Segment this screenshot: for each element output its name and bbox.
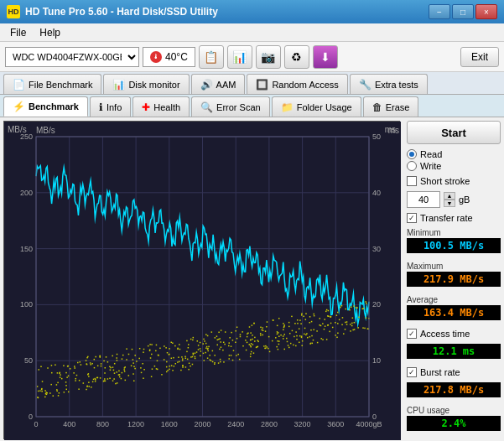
temperature-display: 🌡 40°C — [143, 47, 195, 67]
temperature-value: 40°C — [165, 51, 188, 63]
transfer-rate-label: Transfer rate — [420, 213, 473, 223]
error-scan-icon: 🔍 — [200, 101, 213, 113]
right-panel: Start Read Write Short stroke ▲ ▼ gB — [403, 117, 504, 441]
short-stroke-input[interactable] — [407, 191, 440, 208]
aam-icon: 🔊 — [200, 79, 213, 91]
tab-random-access[interactable]: 🔲 Random Access — [247, 74, 347, 94]
maximize-button[interactable]: □ — [452, 4, 474, 19]
window-controls: − □ × — [429, 4, 497, 19]
tab-disk-monitor[interactable]: 📊 Disk monitor — [103, 74, 189, 94]
app-title: HD Tune Pro 5.60 - Hard Disk/SSD Utility — [25, 6, 218, 18]
extra-tests-icon: 🔧 — [359, 79, 372, 91]
drive-selector[interactable]: WDC WD4004FZWX-00GBGB0 (4000 gB ▼ — [5, 47, 139, 67]
average-value: 163.4 MB/s — [407, 305, 501, 320]
start-button[interactable]: Start — [407, 121, 501, 144]
file-benchmark-icon: 📄 — [13, 79, 25, 91]
tab-extra-tests[interactable]: 🔧 Extra tests — [350, 74, 428, 94]
read-label: Read — [420, 149, 442, 159]
menu-help[interactable]: Help — [33, 25, 67, 40]
average-section: Average 163.4 MB/s — [407, 295, 501, 320]
short-stroke-label: Short stroke — [420, 176, 470, 186]
y-axis-left-label: MB/s — [8, 125, 27, 134]
cpu-usage-section: CPU usage 2.4% — [407, 406, 501, 431]
benchmark-chart: MB/s ms — [3, 121, 400, 439]
minimum-label: Minimum — [407, 228, 501, 237]
toolbar-btn-2[interactable]: 📊 — [227, 45, 252, 69]
tab-info[interactable]: ℹ Info — [90, 96, 131, 117]
burst-rate-check — [407, 367, 417, 377]
tab-row-1: 📄 File Benchmark 📊 Disk monitor 🔊 AAM 🔲 … — [0, 72, 504, 95]
random-access-icon: 🔲 — [256, 79, 268, 91]
access-time-section: 12.1 ms — [407, 344, 501, 359]
short-stroke-checkbox[interactable]: Short stroke — [407, 176, 501, 186]
tab-error-scan[interactable]: 🔍 Error Scan — [191, 96, 270, 117]
spinbox-up[interactable]: ▲ — [444, 192, 455, 200]
tab-folder-usage[interactable]: 📁 Folder Usage — [272, 96, 361, 117]
erase-icon: 🗑 — [372, 101, 382, 113]
access-time-check — [407, 329, 417, 339]
access-time-label: Access time — [420, 329, 470, 339]
info-icon: ℹ — [99, 101, 103, 113]
burst-rate-label: Burst rate — [420, 367, 460, 377]
maximum-value: 217.9 MB/s — [407, 272, 501, 287]
health-icon: ✚ — [142, 101, 150, 113]
transfer-rate-check — [407, 213, 417, 223]
y-axis-right-label: ms — [385, 125, 396, 134]
close-button[interactable]: × — [475, 4, 497, 19]
average-label: Average — [407, 295, 501, 304]
burst-rate-section: 217.8 MB/s — [407, 382, 501, 397]
tab-health[interactable]: ✚ Health — [132, 96, 190, 117]
thermometer-icon: 🌡 — [150, 51, 162, 63]
burst-rate-checkbox[interactable]: Burst rate — [407, 367, 501, 377]
write-radio[interactable]: Write — [407, 161, 501, 171]
toolbar-btn-5[interactable]: ⬇ — [313, 45, 338, 69]
menu-bar: File Help — [0, 23, 504, 42]
disk-monitor-icon: 📊 — [112, 79, 125, 91]
tab-aam[interactable]: 🔊 AAM — [191, 74, 246, 94]
spinbox-down[interactable]: ▼ — [444, 200, 455, 207]
short-stroke-spinbox-row: ▲ ▼ gB — [407, 191, 501, 208]
write-label: Write — [420, 161, 441, 171]
minimize-button[interactable]: − — [429, 4, 450, 19]
cpu-usage-value: 2.4% — [407, 416, 501, 431]
access-time-checkbox[interactable]: Access time — [407, 329, 501, 339]
transfer-rate-checkbox[interactable]: Transfer rate — [407, 213, 501, 223]
tab-file-benchmark[interactable]: 📄 File Benchmark — [3, 74, 101, 94]
maximum-label: Maximum — [407, 262, 501, 271]
write-radio-dot — [407, 161, 417, 171]
read-write-group: Read Write — [407, 149, 501, 171]
title-bar: HD HD Tune Pro 5.60 - Hard Disk/SSD Util… — [0, 0, 504, 23]
menu-file[interactable]: File — [3, 25, 33, 40]
app-icon: HD — [7, 5, 20, 18]
access-time-value: 12.1 ms — [407, 344, 501, 359]
toolbar-btn-3[interactable]: 📷 — [256, 45, 281, 69]
cpu-usage-label: CPU usage — [407, 406, 501, 415]
minimum-value: 100.5 MB/s — [407, 238, 501, 253]
short-stroke-check — [407, 176, 417, 186]
short-stroke-unit: gB — [459, 195, 470, 205]
read-radio-dot — [407, 149, 417, 159]
read-radio[interactable]: Read — [407, 149, 501, 159]
toolbar-btn-1[interactable]: 📋 — [199, 45, 224, 69]
tab-row-2: ⚡ Benchmark ℹ Info ✚ Health 🔍 Error Scan… — [0, 95, 504, 117]
minimum-section: Minimum 100.5 MB/s — [407, 228, 501, 253]
toolbar-btn-4[interactable]: ♻ — [284, 45, 309, 69]
tab-erase[interactable]: 🗑 Erase — [363, 96, 419, 117]
folder-usage-icon: 📁 — [281, 101, 294, 113]
burst-rate-value: 217.8 MB/s — [407, 382, 501, 397]
maximum-section: Maximum 217.9 MB/s — [407, 262, 501, 287]
spinbox-buttons: ▲ ▼ — [444, 192, 455, 207]
tab-benchmark[interactable]: ⚡ Benchmark — [3, 96, 88, 117]
main-content: MB/s ms Start Read Write Short stroke ▲ … — [0, 117, 504, 441]
exit-button[interactable]: Exit — [460, 47, 499, 67]
toolbar: WDC WD4004FZWX-00GBGB0 (4000 gB ▼ 🌡 40°C… — [0, 42, 504, 72]
benchmark-icon: ⚡ — [13, 101, 25, 112]
